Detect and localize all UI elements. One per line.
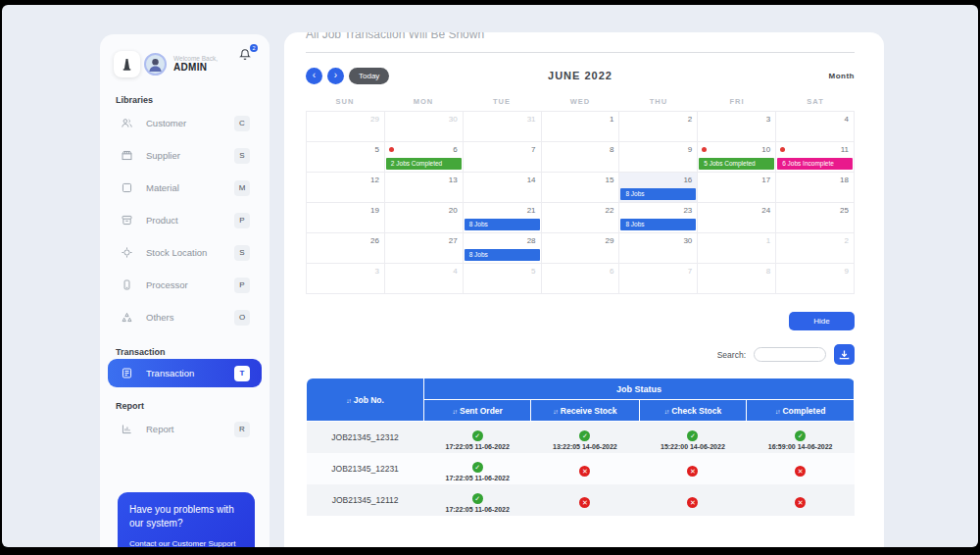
calendar-day-17[interactable]: 17 — [698, 173, 776, 203]
calendar-day-14[interactable]: 14 — [464, 173, 542, 203]
calendar-day-9[interactable]: 9 — [619, 142, 698, 173]
sidebar-item-supplier[interactable]: SupplierS — [114, 139, 256, 172]
notification-bell-icon[interactable]: 2 — [238, 48, 254, 64]
avatar[interactable] — [144, 53, 167, 76]
sidebar-item-stock-location[interactable]: Stock LocationS — [114, 236, 256, 269]
sidebar-header: Welcome Back, ADMIN 2 — [114, 46, 256, 81]
event-dot — [780, 147, 785, 152]
event-bar[interactable]: 8 Jobs — [620, 188, 696, 200]
event-bar[interactable]: 8 Jobs — [465, 249, 540, 261]
calendar-day-19[interactable]: 19 — [307, 203, 385, 233]
search-row: Search: — [306, 344, 855, 365]
welcome-block: Welcome Back, ADMIN — [173, 55, 218, 73]
calendar-day-29[interactable]: 29 — [542, 233, 620, 264]
column-header-job-no[interactable]: ↓↑Job No. — [307, 378, 424, 422]
calendar-day-1[interactable]: 1 — [542, 112, 620, 142]
event-bar[interactable]: 5 Jobs Completed — [699, 158, 774, 170]
event-bar[interactable]: 8 Jobs — [465, 219, 540, 230]
check-icon: ✓ — [472, 493, 483, 504]
calendar-day-4[interactable]: 4 — [385, 264, 464, 294]
calendar-day-16[interactable]: 168 Jobs — [619, 173, 698, 203]
calendar-day-15[interactable]: 15 — [542, 173, 620, 203]
event-bar[interactable]: 2 Jobs Completed — [386, 158, 462, 170]
job-table-body: JOB21345_12312✓17:22:05 11-06-2022✓13:22… — [307, 422, 855, 516]
event-bar[interactable]: 6 Jobs Incomplete — [777, 158, 853, 170]
calendar-day-10[interactable]: 105 Jobs Completed — [698, 142, 776, 173]
calendar-day-30[interactable]: 30 — [619, 233, 698, 264]
calendar-day-26[interactable]: 26 — [307, 233, 385, 264]
support-text: Contact our Customer Support now. From 9… — [129, 538, 243, 547]
sidebar-item-customer[interactable]: CustomerC — [114, 107, 256, 139]
sidebar-item-material[interactable]: MaterialM — [114, 172, 256, 204]
calendar-day-20[interactable]: 20 — [385, 203, 464, 233]
calendar-day-7[interactable]: 7 — [619, 264, 698, 294]
event-dot — [389, 147, 394, 152]
view-switcher-month[interactable]: Month — [829, 72, 856, 80]
date-number: 30 — [683, 236, 692, 245]
calendar-day-3[interactable]: 3 — [698, 112, 776, 142]
download-button[interactable] — [834, 344, 855, 365]
section-label-libraries: Libraries — [116, 95, 256, 105]
column-header-completed[interactable]: ↓↑Completed — [747, 400, 855, 422]
section-label-report: Report — [116, 401, 256, 411]
column-header-check-stock[interactable]: ↓↑Check Stock — [639, 400, 747, 422]
sidebar-item-report[interactable]: ReportR — [114, 413, 256, 445]
calendar-day-1[interactable]: 1 — [698, 233, 776, 264]
sidebar-item-label: Others — [146, 312, 234, 323]
date-number: 17 — [761, 176, 770, 184]
support-banner[interactable]: Have you problems with our system? Conta… — [118, 492, 255, 547]
calendar-day-5[interactable]: 5 — [307, 142, 385, 173]
username: ADMIN — [173, 62, 218, 73]
sidebar-item-label: Stock Location — [146, 247, 234, 258]
date-number: 19 — [370, 206, 379, 215]
calendar-day-31[interactable]: 31 — [464, 112, 542, 142]
date-number: 22 — [606, 206, 614, 215]
calendar-day-24[interactable]: 24 — [698, 203, 776, 233]
day-header-fri: FRI — [698, 91, 776, 111]
shortcut-badge: P — [234, 213, 250, 228]
calendar-day-21[interactable]: 218 Jobs — [464, 203, 542, 233]
event-bar[interactable]: 8 Jobs — [620, 219, 696, 230]
sidebar-item-transaction[interactable]: TransactionT — [108, 359, 262, 387]
sidebar-item-processor[interactable]: ProcessorP — [114, 269, 256, 301]
hide-button[interactable]: Hide — [789, 312, 855, 330]
calendar-day-6[interactable]: 6 — [542, 264, 620, 294]
calendar-day-3[interactable]: 3 — [307, 264, 385, 294]
calendar-day-27[interactable]: 27 — [385, 233, 464, 264]
calendar-day-5[interactable]: 5 — [464, 264, 542, 294]
calendar-day-13[interactable]: 13 — [385, 173, 464, 203]
calendar-day-25[interactable]: 25 — [776, 203, 855, 233]
date-number: 14 — [527, 176, 536, 184]
calendar-day-12[interactable]: 12 — [307, 173, 385, 203]
column-header-label: Job No. — [354, 395, 384, 405]
cross-icon: ✕ — [579, 466, 590, 477]
processor-icon — [120, 278, 133, 292]
calendar-day-18[interactable]: 18 — [776, 173, 855, 203]
column-header-receive-stock[interactable]: ↓↑Receive Stock — [531, 400, 639, 422]
calendar-day-29[interactable]: 29 — [307, 112, 385, 142]
search-input[interactable] — [754, 347, 826, 362]
welcome-text: Welcome Back, — [173, 55, 218, 62]
calendar-day-23[interactable]: 238 Jobs — [619, 203, 698, 233]
sidebar-item-others[interactable]: OthersO — [114, 301, 256, 333]
calendar-day-28[interactable]: 288 Jobs — [464, 233, 542, 264]
calendar-day-4[interactable]: 4 — [776, 112, 855, 142]
day-header-wed: WED — [541, 91, 619, 111]
sort-icon: ↓↑ — [346, 397, 351, 404]
column-header-job-status: Job Status — [424, 378, 855, 400]
sort-icon: ↓↑ — [775, 408, 780, 415]
calendar-day-6[interactable]: 62 Jobs Completed — [385, 142, 464, 173]
date-number: 25 — [840, 206, 849, 215]
sidebar-item-product[interactable]: ProductP — [114, 204, 256, 236]
calendar-day-7[interactable]: 7 — [464, 142, 542, 173]
calendar-day-8[interactable]: 8 — [542, 142, 620, 173]
column-header-sent-order[interactable]: ↓↑Sent Order — [424, 400, 531, 422]
sidebar-item-label: Report — [146, 424, 234, 434]
calendar-day-8[interactable]: 8 — [698, 264, 776, 294]
calendar-day-9[interactable]: 9 — [776, 264, 855, 294]
calendar-day-2[interactable]: 2 — [619, 112, 698, 142]
calendar-day-2[interactable]: 2 — [776, 233, 855, 264]
calendar-day-30[interactable]: 30 — [385, 112, 464, 142]
calendar-day-22[interactable]: 22 — [542, 203, 620, 233]
calendar-day-11[interactable]: 116 Jobs Incomplete — [776, 142, 855, 173]
